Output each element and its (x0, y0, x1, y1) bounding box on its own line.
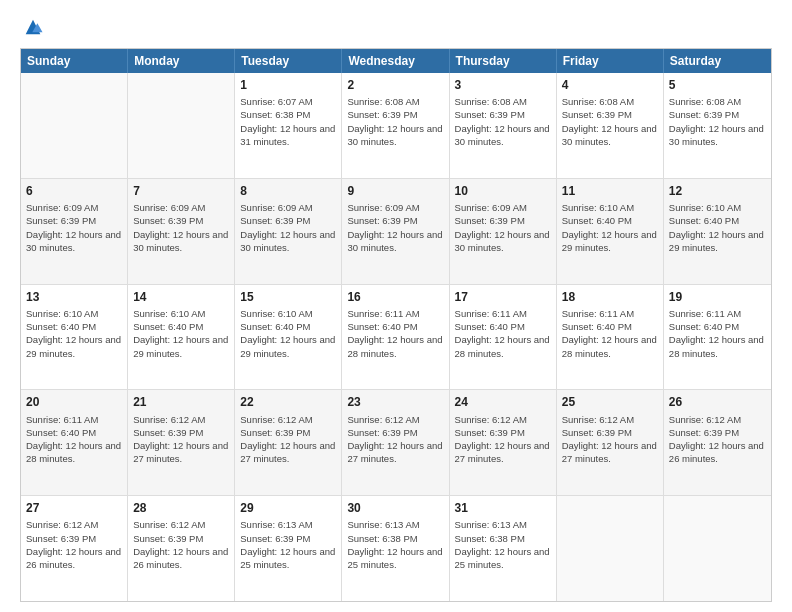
day-number: 11 (562, 183, 658, 199)
day-number: 28 (133, 500, 229, 516)
day-info: Sunrise: 6:08 AM Sunset: 6:39 PM Dayligh… (562, 95, 658, 148)
weekday-header: Sunday (21, 49, 128, 73)
day-number: 16 (347, 289, 443, 305)
day-info: Sunrise: 6:11 AM Sunset: 6:40 PM Dayligh… (669, 307, 766, 360)
day-number: 7 (133, 183, 229, 199)
day-number: 5 (669, 77, 766, 93)
day-number: 21 (133, 394, 229, 410)
day-number: 10 (455, 183, 551, 199)
calendar-cell: 10Sunrise: 6:09 AM Sunset: 6:39 PM Dayli… (450, 179, 557, 284)
calendar-cell: 29Sunrise: 6:13 AM Sunset: 6:39 PM Dayli… (235, 496, 342, 601)
calendar-header: SundayMondayTuesdayWednesdayThursdayFrid… (21, 49, 771, 73)
day-number: 22 (240, 394, 336, 410)
day-number: 29 (240, 500, 336, 516)
day-info: Sunrise: 6:07 AM Sunset: 6:38 PM Dayligh… (240, 95, 336, 148)
day-info: Sunrise: 6:10 AM Sunset: 6:40 PM Dayligh… (562, 201, 658, 254)
day-number: 24 (455, 394, 551, 410)
day-info: Sunrise: 6:11 AM Sunset: 6:40 PM Dayligh… (26, 413, 122, 466)
weekday-header: Monday (128, 49, 235, 73)
calendar-cell: 12Sunrise: 6:10 AM Sunset: 6:40 PM Dayli… (664, 179, 771, 284)
calendar-cell: 14Sunrise: 6:10 AM Sunset: 6:40 PM Dayli… (128, 285, 235, 390)
calendar-cell: 5Sunrise: 6:08 AM Sunset: 6:39 PM Daylig… (664, 73, 771, 178)
calendar-row: 1Sunrise: 6:07 AM Sunset: 6:38 PM Daylig… (21, 73, 771, 178)
calendar-cell: 18Sunrise: 6:11 AM Sunset: 6:40 PM Dayli… (557, 285, 664, 390)
day-number: 8 (240, 183, 336, 199)
day-number: 2 (347, 77, 443, 93)
day-info: Sunrise: 6:11 AM Sunset: 6:40 PM Dayligh… (562, 307, 658, 360)
day-number: 27 (26, 500, 122, 516)
day-info: Sunrise: 6:11 AM Sunset: 6:40 PM Dayligh… (347, 307, 443, 360)
calendar-body: 1Sunrise: 6:07 AM Sunset: 6:38 PM Daylig… (21, 73, 771, 601)
calendar-cell: 9Sunrise: 6:09 AM Sunset: 6:39 PM Daylig… (342, 179, 449, 284)
page-header (20, 16, 772, 38)
calendar-cell: 8Sunrise: 6:09 AM Sunset: 6:39 PM Daylig… (235, 179, 342, 284)
weekday-header: Tuesday (235, 49, 342, 73)
day-info: Sunrise: 6:09 AM Sunset: 6:39 PM Dayligh… (240, 201, 336, 254)
day-info: Sunrise: 6:13 AM Sunset: 6:39 PM Dayligh… (240, 518, 336, 571)
day-info: Sunrise: 6:10 AM Sunset: 6:40 PM Dayligh… (669, 201, 766, 254)
weekday-header: Wednesday (342, 49, 449, 73)
calendar-cell (664, 496, 771, 601)
calendar-cell: 30Sunrise: 6:13 AM Sunset: 6:38 PM Dayli… (342, 496, 449, 601)
calendar-cell (557, 496, 664, 601)
day-info: Sunrise: 6:09 AM Sunset: 6:39 PM Dayligh… (455, 201, 551, 254)
day-info: Sunrise: 6:12 AM Sunset: 6:39 PM Dayligh… (240, 413, 336, 466)
day-info: Sunrise: 6:12 AM Sunset: 6:39 PM Dayligh… (26, 518, 122, 571)
day-number: 19 (669, 289, 766, 305)
day-info: Sunrise: 6:11 AM Sunset: 6:40 PM Dayligh… (455, 307, 551, 360)
calendar-cell: 6Sunrise: 6:09 AM Sunset: 6:39 PM Daylig… (21, 179, 128, 284)
day-info: Sunrise: 6:13 AM Sunset: 6:38 PM Dayligh… (347, 518, 443, 571)
calendar-row: 6Sunrise: 6:09 AM Sunset: 6:39 PM Daylig… (21, 178, 771, 284)
calendar-row: 20Sunrise: 6:11 AM Sunset: 6:40 PM Dayli… (21, 389, 771, 495)
calendar-cell: 15Sunrise: 6:10 AM Sunset: 6:40 PM Dayli… (235, 285, 342, 390)
day-info: Sunrise: 6:12 AM Sunset: 6:39 PM Dayligh… (669, 413, 766, 466)
calendar-cell: 4Sunrise: 6:08 AM Sunset: 6:39 PM Daylig… (557, 73, 664, 178)
logo (20, 16, 44, 38)
calendar-cell: 31Sunrise: 6:13 AM Sunset: 6:38 PM Dayli… (450, 496, 557, 601)
calendar-cell: 19Sunrise: 6:11 AM Sunset: 6:40 PM Dayli… (664, 285, 771, 390)
day-info: Sunrise: 6:12 AM Sunset: 6:39 PM Dayligh… (133, 413, 229, 466)
day-number: 26 (669, 394, 766, 410)
calendar-row: 27Sunrise: 6:12 AM Sunset: 6:39 PM Dayli… (21, 495, 771, 601)
day-info: Sunrise: 6:08 AM Sunset: 6:39 PM Dayligh… (347, 95, 443, 148)
day-number: 3 (455, 77, 551, 93)
day-info: Sunrise: 6:10 AM Sunset: 6:40 PM Dayligh… (133, 307, 229, 360)
day-number: 9 (347, 183, 443, 199)
calendar-cell: 20Sunrise: 6:11 AM Sunset: 6:40 PM Dayli… (21, 390, 128, 495)
day-number: 31 (455, 500, 551, 516)
calendar: SundayMondayTuesdayWednesdayThursdayFrid… (20, 48, 772, 602)
day-info: Sunrise: 6:09 AM Sunset: 6:39 PM Dayligh… (347, 201, 443, 254)
calendar-cell: 2Sunrise: 6:08 AM Sunset: 6:39 PM Daylig… (342, 73, 449, 178)
day-number: 14 (133, 289, 229, 305)
day-info: Sunrise: 6:10 AM Sunset: 6:40 PM Dayligh… (240, 307, 336, 360)
day-number: 25 (562, 394, 658, 410)
day-info: Sunrise: 6:12 AM Sunset: 6:39 PM Dayligh… (455, 413, 551, 466)
day-number: 13 (26, 289, 122, 305)
weekday-header: Thursday (450, 49, 557, 73)
day-info: Sunrise: 6:13 AM Sunset: 6:38 PM Dayligh… (455, 518, 551, 571)
calendar-cell: 23Sunrise: 6:12 AM Sunset: 6:39 PM Dayli… (342, 390, 449, 495)
calendar-cell: 13Sunrise: 6:10 AM Sunset: 6:40 PM Dayli… (21, 285, 128, 390)
calendar-cell: 1Sunrise: 6:07 AM Sunset: 6:38 PM Daylig… (235, 73, 342, 178)
day-number: 30 (347, 500, 443, 516)
calendar-cell: 28Sunrise: 6:12 AM Sunset: 6:39 PM Dayli… (128, 496, 235, 601)
calendar-cell: 25Sunrise: 6:12 AM Sunset: 6:39 PM Dayli… (557, 390, 664, 495)
calendar-cell (21, 73, 128, 178)
day-info: Sunrise: 6:12 AM Sunset: 6:39 PM Dayligh… (562, 413, 658, 466)
calendar-cell: 22Sunrise: 6:12 AM Sunset: 6:39 PM Dayli… (235, 390, 342, 495)
logo-icon (22, 16, 44, 38)
calendar-cell: 16Sunrise: 6:11 AM Sunset: 6:40 PM Dayli… (342, 285, 449, 390)
calendar-cell: 21Sunrise: 6:12 AM Sunset: 6:39 PM Dayli… (128, 390, 235, 495)
day-number: 20 (26, 394, 122, 410)
calendar-cell: 27Sunrise: 6:12 AM Sunset: 6:39 PM Dayli… (21, 496, 128, 601)
day-number: 17 (455, 289, 551, 305)
day-number: 4 (562, 77, 658, 93)
day-info: Sunrise: 6:12 AM Sunset: 6:39 PM Dayligh… (133, 518, 229, 571)
day-info: Sunrise: 6:10 AM Sunset: 6:40 PM Dayligh… (26, 307, 122, 360)
day-info: Sunrise: 6:12 AM Sunset: 6:39 PM Dayligh… (347, 413, 443, 466)
day-number: 1 (240, 77, 336, 93)
calendar-cell: 11Sunrise: 6:10 AM Sunset: 6:40 PM Dayli… (557, 179, 664, 284)
day-number: 12 (669, 183, 766, 199)
day-number: 18 (562, 289, 658, 305)
day-number: 23 (347, 394, 443, 410)
